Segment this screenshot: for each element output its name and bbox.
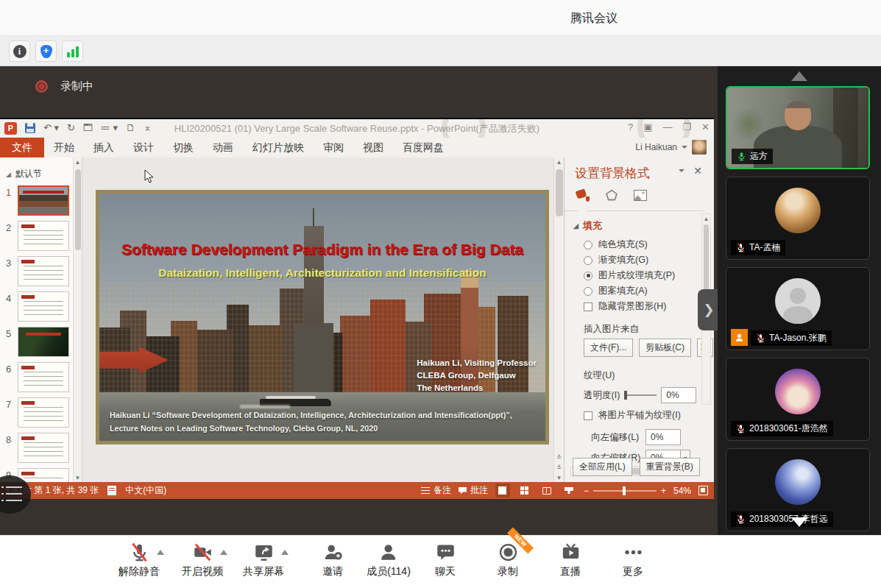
scroll-up-icon[interactable]: ▲ <box>702 214 710 224</box>
caret-up-icon[interactable] <box>281 550 289 555</box>
ppt-tab-百度网盘[interactable]: 百度网盘 <box>393 138 453 157</box>
next-slide-icon[interactable]: ≚ <box>554 463 564 473</box>
slide-thumbnail-8[interactable]: 8 <box>0 431 74 467</box>
toolbar-chat-button[interactable]: 聊天 <box>435 542 456 578</box>
picture-icon[interactable] <box>634 190 647 201</box>
ppt-tab-幻灯片放映[interactable]: 幻灯片放映 <box>243 138 314 157</box>
fill-option[interactable]: 图案填充(A) <box>584 283 694 299</box>
toolbar-mic-muted-button[interactable]: 解除静音 <box>118 542 160 578</box>
ppt-tab-插入[interactable]: 插入 <box>84 138 124 157</box>
zoom-in-icon[interactable]: + <box>661 486 666 496</box>
toolbar-invite-button[interactable]: 邀请 <box>322 542 343 578</box>
ppt-account[interactable]: Li Haikuan <box>635 140 707 155</box>
toolbar-camera-muted-button[interactable]: 开启视频 <box>182 542 223 578</box>
offset-value[interactable]: 0% <box>645 429 681 445</box>
ppt-tab-审阅[interactable]: 审阅 <box>314 138 353 157</box>
language-label[interactable]: 中文(中国) <box>125 484 166 497</box>
current-slide[interactable]: Software Development Paradigm in the Era… <box>96 190 549 444</box>
notes-button[interactable]: 备注 <box>421 484 451 497</box>
radio-icon[interactable] <box>584 272 592 280</box>
comments-button[interactable]: 批注 <box>459 484 488 497</box>
scrollbar-thumb[interactable] <box>704 224 709 295</box>
reading-view-icon[interactable] <box>539 483 554 497</box>
slide-thumbnail-7[interactable]: 7 <box>0 396 74 431</box>
previous-slide-icon[interactable]: ≛ <box>554 453 564 463</box>
fill-bucket-icon[interactable] <box>575 188 590 202</box>
toolbar-share-screen-button[interactable]: 共享屏幕 <box>243 542 284 578</box>
ppt-tab-动画[interactable]: 动画 <box>203 138 243 157</box>
minimize-icon[interactable]: — <box>662 121 672 132</box>
zoom-knob[interactable] <box>623 486 626 495</box>
caret-up-icon[interactable] <box>220 550 227 555</box>
toolbar-more-button[interactable]: 更多 <box>623 542 643 578</box>
slide-thumbnail-1[interactable]: 1 <box>0 184 74 219</box>
network-signal-icon[interactable] <box>62 40 83 62</box>
ppt-tab-文件[interactable]: 文件 <box>0 138 44 157</box>
zoom-percent[interactable]: 54% <box>673 486 691 496</box>
slide-thumbnail-3[interactable]: 3 <box>0 255 74 290</box>
transparency-value[interactable]: 0% <box>661 387 696 403</box>
slide-thumbnail-2[interactable]: 2 <box>0 219 74 255</box>
help-icon[interactable]: ? <box>628 121 633 132</box>
slideshow-view-icon[interactable] <box>562 483 576 497</box>
fill-option[interactable]: 图片或纹理填充(P) <box>584 268 694 283</box>
picture-source-button[interactable]: 文件(F)... <box>584 339 633 357</box>
fit-slide-icon[interactable] <box>698 486 708 495</box>
panel-footer-button[interactable]: 重置背景(B) <box>640 458 700 476</box>
slider-knob[interactable] <box>624 391 627 400</box>
sidebar-collapse-tab[interactable]: ❯ <box>698 289 718 330</box>
slide-thumbnail-4[interactable]: 4 <box>0 290 74 325</box>
radio-icon[interactable] <box>584 287 592 296</box>
scrollbar-thumb[interactable] <box>75 169 81 250</box>
checkbox-icon[interactable] <box>584 411 592 420</box>
fill-option[interactable]: 渐变填充(G) <box>584 252 694 268</box>
checkbox-icon[interactable] <box>584 302 592 311</box>
panel-collapse-icon[interactable] <box>679 169 684 172</box>
ribbon-display-icon[interactable]: ▣ <box>643 121 652 132</box>
participants-scroll-down-icon[interactable] <box>791 517 807 527</box>
toolbar-members-button[interactable]: 成员(114) <box>367 542 411 578</box>
fill-option[interactable]: 隐藏背景图形(H) <box>584 299 694 314</box>
ppt-tab-设计[interactable]: 设计 <box>124 138 163 157</box>
scroll-up-icon[interactable]: ▲ <box>554 157 564 168</box>
toolbar-item-label: 共享屏幕 <box>243 565 284 578</box>
info-icon[interactable]: i <box>9 40 30 62</box>
fill-section-header[interactable]: ◢ 填充 <box>573 219 602 233</box>
section-header[interactable]: ◢ 默认节 <box>6 168 42 180</box>
slide-thumbnail-6[interactable]: 6 <box>0 361 74 396</box>
effects-pentagon-icon[interactable] <box>606 190 618 201</box>
restore-icon[interactable]: ❐ <box>682 121 691 132</box>
tile-picture-option[interactable]: 将图片平铺为纹理(I) <box>584 408 681 423</box>
panel-footer-button[interactable]: 全部应用(L) <box>573 458 632 476</box>
proofing-icon[interactable] <box>107 486 116 495</box>
canvas-scrollbar[interactable]: ▲ ≛ ≚ ▼ <box>553 157 564 483</box>
transparency-slider[interactable] <box>624 394 657 396</box>
radio-icon[interactable] <box>584 256 592 265</box>
caret-up-icon[interactable] <box>157 550 164 555</box>
slide-sorter-icon[interactable] <box>517 483 532 497</box>
fill-option[interactable]: 纯色填充(S) <box>584 237 694 252</box>
scroll-up-icon[interactable]: ▲ <box>74 157 82 168</box>
zoom-out-icon[interactable]: − <box>584 486 589 496</box>
toolbar-live-button[interactable]: 直播 <box>560 542 581 578</box>
close-icon[interactable]: ✕ <box>701 121 710 132</box>
ppt-tab-开始[interactable]: 开始 <box>44 138 84 157</box>
scrollbar-thumb[interactable] <box>556 169 563 216</box>
picture-source-button[interactable]: 剪贴板(C) <box>639 339 691 357</box>
ppt-tab-视图[interactable]: 视图 <box>353 138 393 157</box>
panel-close-icon[interactable]: ✕ <box>693 165 702 177</box>
security-shield-icon[interactable] <box>35 40 57 62</box>
slide-thumbnail-5[interactable]: 5 <box>0 325 74 361</box>
fill-options: 纯色填充(S)渐变填充(G)图片或纹理填充(P)图案填充(A)隐藏背景图形(H) <box>584 237 694 314</box>
thumbnail-scrollbar[interactable]: ▲ ▼ <box>73 157 82 483</box>
toolbar-record-button[interactable]: NEW录制 <box>498 542 518 578</box>
participant-tile[interactable]: TA-孟楠 <box>726 177 870 260</box>
participants-scroll-up-icon[interactable] <box>791 71 807 81</box>
radio-icon[interactable] <box>584 241 592 249</box>
participant-tile[interactable]: 2018303061-唐浩然 <box>726 358 870 441</box>
zoom-slider[interactable] <box>593 490 657 492</box>
participant-tile[interactable]: 远方 <box>726 86 870 169</box>
normal-view-icon[interactable] <box>495 483 510 497</box>
participant-tile[interactable]: TA-Jason.张鹏 <box>726 267 870 350</box>
ppt-tab-切换[interactable]: 切换 <box>163 138 203 157</box>
